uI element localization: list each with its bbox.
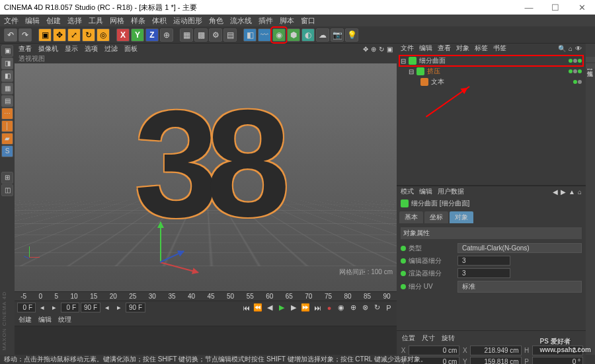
model-mode-button[interactable]: ◨ <box>1 57 13 69</box>
frame-total[interactable]: 90 F <box>126 303 145 312</box>
coord-tab-size[interactable]: 尺寸 <box>422 334 435 343</box>
coord-tab-rotation[interactable]: 旋转 <box>442 334 455 343</box>
key-rot-button[interactable]: ↻ <box>372 303 382 312</box>
frame-start[interactable]: 0 F <box>61 303 79 312</box>
vp-menu-filter[interactable]: 过滤 <box>104 44 118 54</box>
coord-sx[interactable]: 218.949 cm <box>470 346 521 355</box>
edge-mode-button[interactable]: │ <box>1 120 13 132</box>
maximize-button[interactable]: ☐ <box>546 3 565 13</box>
attr-tab-object[interactable]: 对象 <box>450 211 473 223</box>
minimize-button[interactable]: — <box>520 3 538 13</box>
viewport-object-38[interactable]: 38 <box>134 76 277 251</box>
attr-up-icon[interactable]: ▲ <box>569 188 575 196</box>
redo-button[interactable]: ↷ <box>19 28 32 42</box>
gizmo-z-axis[interactable] <box>160 250 184 263</box>
axis-z-toggle[interactable]: Z <box>145 28 159 42</box>
attr-uv-select[interactable]: 标准 <box>457 281 582 293</box>
array-generator-button[interactable]: ⬢ <box>287 28 300 42</box>
menu-script[interactable]: 脚本 <box>280 16 294 26</box>
snap-settings-button[interactable]: ◫ <box>1 184 13 196</box>
menu-file[interactable]: 文件 <box>4 16 19 26</box>
render-settings-button[interactable]: ⚙ <box>209 28 222 42</box>
attr-type-select[interactable]: Catmull-Clark(N-Gons) <box>457 243 582 253</box>
picture-viewer-button[interactable]: ▤ <box>223 28 237 42</box>
menu-edit[interactable]: 编辑 <box>25 16 40 26</box>
polygon-mode-button[interactable]: ▰ <box>1 133 13 145</box>
om-menu-edit[interactable]: 编辑 <box>419 44 432 53</box>
vp-nav-icon[interactable]: ✥ <box>363 46 368 53</box>
close-button[interactable]: ✕ <box>573 3 591 13</box>
object-row-subdiv[interactable]: ⊟ 细分曲面 <box>399 55 583 66</box>
render-view-button[interactable]: ▦ <box>180 28 193 42</box>
camera-button[interactable]: 📷 <box>331 28 344 42</box>
cube-primitive-button[interactable]: ◧ <box>243 28 257 42</box>
move-gizmo[interactable] <box>134 248 186 291</box>
om-menu-tags[interactable]: 标签 <box>475 44 488 53</box>
subdiv-generator-button[interactable]: ◉ <box>272 28 286 42</box>
menu-create[interactable]: 创建 <box>46 16 61 26</box>
om-menu-view[interactable]: 查看 <box>438 44 451 53</box>
menu-select[interactable]: 选择 <box>67 16 82 26</box>
snap-button[interactable]: ⊞ <box>1 172 13 184</box>
menu-window[interactable]: 窗口 <box>301 16 315 26</box>
environment-button[interactable]: ☁ <box>316 28 329 42</box>
rp-tab-2[interactable]: 属性 <box>586 63 595 69</box>
object-row-extrude[interactable]: ⊟ 挤压 <box>399 66 583 77</box>
last-tool-button[interactable]: ◎ <box>97 28 110 42</box>
scale-button[interactable]: ⤢ <box>67 28 81 42</box>
attr-lock-icon[interactable]: ⌂ <box>578 188 582 196</box>
search-icon[interactable]: 🔍 <box>558 45 566 52</box>
attr-menu-userdata[interactable]: 用户数据 <box>438 187 464 196</box>
attr-tab-basic[interactable]: 基本 <box>399 211 423 223</box>
rotate-button[interactable]: ↻ <box>82 28 95 42</box>
live-select-button[interactable]: ▣ <box>38 28 52 42</box>
object-manager-tree[interactable]: ⊟ 细分曲面 ⊟ 挤压 文本 <box>397 53 586 185</box>
attr-prev-icon[interactable]: ◀ <box>553 188 558 196</box>
point-mode-button[interactable]: ⋯ <box>1 108 13 120</box>
material-manager[interactable] <box>15 326 397 355</box>
menu-character[interactable]: 角色 <box>209 16 223 26</box>
spline-primitive-button[interactable]: 〰 <box>258 28 271 42</box>
workplane-button[interactable]: ▤ <box>1 95 13 107</box>
light-button[interactable]: 💡 <box>345 28 358 42</box>
axis-mode-button[interactable]: S <box>1 145 13 157</box>
vp-menu-display[interactable]: 显示 <box>65 44 78 54</box>
home-icon[interactable]: ⌂ <box>569 45 573 52</box>
deformer-button[interactable]: ◐ <box>301 28 315 42</box>
om-menu-bookmarks[interactable]: 书签 <box>493 44 506 53</box>
next-key-button[interactable]: ⏩ <box>300 303 311 312</box>
vp-menu-options[interactable]: 选项 <box>85 44 98 54</box>
menu-pipeline[interactable]: 流水线 <box>230 16 252 26</box>
gizmo-y-axis[interactable] <box>160 222 161 262</box>
menu-mograph[interactable]: 运动图形 <box>173 16 202 26</box>
coord-system-button[interactable]: ⊕ <box>160 28 173 42</box>
axis-x-toggle[interactable]: X <box>116 28 130 42</box>
axis-y-toggle[interactable]: Y <box>131 28 144 42</box>
viewport-3d[interactable]: 38 网格间距 : 100 cm <box>15 63 397 291</box>
om-menu-file[interactable]: 文件 <box>401 44 414 53</box>
object-mode-button[interactable]: ◧ <box>1 70 13 82</box>
mat-tab-texture[interactable]: 纹理 <box>58 315 71 324</box>
menu-tools[interactable]: 工具 <box>89 16 103 26</box>
prev-frame-button[interactable]: ◀ <box>264 303 275 312</box>
coord-tab-position[interactable]: 位置 <box>402 334 415 343</box>
attr-editor-subdiv[interactable]: 3 <box>457 256 510 266</box>
menu-volume[interactable]: 体积 <box>152 16 167 26</box>
vp-menu-view[interactable]: 查看 <box>19 44 32 54</box>
timeline-ruler[interactable]: -50 510 1520 2530 3540 4550 5560 6570 75… <box>15 291 397 301</box>
move-button[interactable]: ✥ <box>53 28 66 42</box>
coord-x[interactable]: 0 cm <box>409 346 459 355</box>
next-frame-button[interactable]: ▶ <box>288 303 299 312</box>
vp-zoom-icon[interactable]: ⊕ <box>371 46 376 53</box>
prev-key-button[interactable]: ⏪ <box>253 303 263 312</box>
vp-menu-panel[interactable]: 面板 <box>124 44 138 54</box>
menu-mesh[interactable]: 网格 <box>110 16 124 26</box>
record-button[interactable]: ● <box>324 304 335 312</box>
attr-render-subdiv[interactable]: 3 <box>457 268 510 278</box>
menu-plugins[interactable]: 插件 <box>258 16 273 26</box>
autokey-button[interactable]: ◉ <box>336 303 346 312</box>
attr-menu-edit[interactable]: 编辑 <box>419 187 432 196</box>
attr-menu-mode[interactable]: 模式 <box>401 187 414 196</box>
coord-p[interactable]: 0 ° <box>532 357 583 364</box>
frame-end[interactable]: 90 F <box>81 303 100 312</box>
